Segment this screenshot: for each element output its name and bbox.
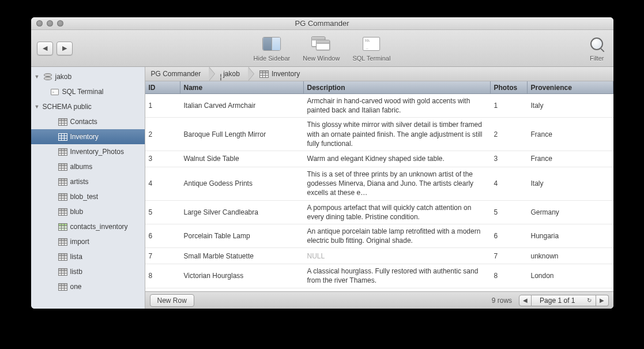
cell-name[interactable]: Antique Godess Prints	[180, 177, 304, 190]
sidebar-sql-terminal[interactable]: SQL Terminal	[31, 84, 145, 99]
sidebar-table-item[interactable]: albums	[31, 159, 145, 174]
sidebar-db-node[interactable]: ▼ jakob	[31, 69, 145, 84]
chevron-right-icon: ▶	[62, 44, 67, 52]
column-header-description[interactable]: Description	[304, 81, 491, 93]
crumb-root[interactable]: PG Commander	[145, 67, 209, 81]
column-header-provenience[interactable]: Provenience	[528, 81, 613, 93]
forward-button[interactable]: ▶	[57, 42, 73, 55]
toolbar: ◀ ▶ Hide Sidebar New Window SQL Terminal…	[31, 30, 613, 67]
breadcrumb: PG Commander jakob Inventory	[145, 67, 613, 81]
cell-provenience[interactable]: France	[528, 127, 613, 141]
cell-id[interactable]: 1	[145, 99, 180, 112]
cell-name[interactable]: Large Silver Candleabra	[180, 205, 304, 219]
table-icon	[58, 133, 67, 141]
table-row[interactable]: 5Large Silver CandleabraA pompous artefa…	[145, 201, 613, 224]
grid-header: ID Name Description Photos Provenience	[145, 81, 613, 94]
table-icon	[58, 223, 67, 231]
zoom-button[interactable]	[57, 20, 63, 27]
cell-provenience[interactable]: France	[528, 152, 613, 166]
cell-provenience[interactable]: Germany	[528, 205, 613, 219]
cell-id[interactable]: 3	[145, 152, 180, 166]
sidebar-table-item[interactable]: blub	[31, 204, 145, 219]
sidebar-table-item[interactable]: contacts_inventory	[31, 219, 145, 234]
pager-reload-button[interactable]: ↻	[583, 295, 596, 306]
table-row[interactable]: 3Walnut Side TableWarm and elegant Kidne…	[145, 151, 613, 167]
cell-name[interactable]: Baroque Full Length Mirror	[180, 127, 304, 141]
cell-id[interactable]: 6	[145, 229, 180, 243]
sidebar-table-item[interactable]: Inventory	[31, 129, 145, 144]
cell-photos[interactable]: 2	[491, 127, 528, 141]
cell-description[interactable]: This is a set of three prints by an unkn…	[304, 167, 491, 200]
cell-photos[interactable]: 1	[491, 99, 528, 112]
crumb-table[interactable]: Inventory	[248, 67, 308, 81]
sidebar-table-item[interactable]: listb	[31, 264, 145, 279]
filter-button[interactable]: Filter	[590, 35, 604, 62]
cell-name[interactable]: Small Marble Statuette	[180, 249, 304, 263]
cell-name[interactable]: Porcelain Table Lamp	[180, 229, 304, 243]
table-row[interactable]: 4Antique Godess PrintsThis is a set of t…	[145, 167, 613, 201]
cell-id[interactable]: 4	[145, 177, 180, 190]
table-row[interactable]: 7Small Marble StatuetteNULL7unknown	[145, 248, 613, 264]
cell-description[interactable]: This glossy white mirror with silver det…	[304, 118, 491, 151]
cell-provenience[interactable]: Italy	[528, 177, 613, 190]
cell-id[interactable]: 8	[145, 269, 180, 283]
sidebar-table-label: one	[70, 283, 82, 291]
table-row[interactable]: 2Baroque Full Length MirrorThis glossy w…	[145, 118, 613, 151]
cell-provenience[interactable]: Hungaria	[528, 229, 613, 243]
cell-id[interactable]: 7	[145, 249, 180, 263]
cell-description[interactable]: Armchair in hand-carved wood with gold a…	[304, 94, 491, 117]
cell-id[interactable]: 5	[145, 205, 180, 219]
cell-id[interactable]: 2	[145, 127, 180, 141]
row-count-label: 9 rows	[492, 297, 512, 305]
cell-description[interactable]: Warm and elegant Kidney shaped side tabl…	[304, 152, 491, 166]
cell-description[interactable]: An antique porcelain table lamp retrofit…	[304, 224, 491, 247]
cell-photos[interactable]: 6	[491, 229, 528, 243]
cell-description[interactable]: NULL	[304, 249, 491, 263]
column-header-id[interactable]: ID	[145, 81, 180, 93]
table-row[interactable]: 8Victorian HourglassA classical hourglas…	[145, 264, 613, 288]
back-button[interactable]: ◀	[37, 42, 53, 55]
cell-name[interactable]: Italian Carved Armchair	[180, 99, 304, 112]
cell-provenience[interactable]: London	[528, 269, 613, 283]
pager-next-button[interactable]: ▶	[596, 295, 609, 306]
minimize-button[interactable]	[47, 20, 53, 27]
cell-photos[interactable]: 4	[491, 177, 528, 190]
sidebar-table-item[interactable]: one	[31, 279, 145, 294]
cell-photos[interactable]: 7	[491, 249, 528, 263]
sidebar-table-item[interactable]: Inventory_Photos	[31, 144, 145, 159]
cell-photos[interactable]: 5	[491, 205, 528, 219]
pager-prev-button[interactable]: ◀	[519, 295, 532, 306]
sidebar-table-item[interactable]: lista	[31, 249, 145, 264]
new-window-button[interactable]: New Window	[303, 35, 340, 62]
cell-description[interactable]: A classical hourglass. Fully restored wi…	[304, 264, 491, 287]
disclosure-triangle-icon[interactable]: ▼	[35, 104, 42, 110]
column-header-photos[interactable]: Photos	[491, 81, 528, 93]
sidebar-table-item[interactable]: blob_test	[31, 189, 145, 204]
sidebar-table-item[interactable]: artists	[31, 174, 145, 189]
cell-provenience[interactable]: unknown	[528, 249, 613, 263]
sql-terminal-button[interactable]: SQL Terminal	[352, 35, 390, 62]
sidebar-table-item[interactable]: Contacts	[31, 114, 145, 129]
hide-sidebar-button[interactable]: Hide Sidebar	[254, 35, 291, 62]
table-row[interactable]: 6Porcelain Table LampAn antique porcelai…	[145, 224, 613, 248]
table-icon	[58, 268, 67, 276]
column-header-name[interactable]: Name	[180, 81, 304, 93]
table-row[interactable]: 1Italian Carved ArmchairArmchair in hand…	[145, 94, 613, 118]
sidebar-table-label: Contacts	[70, 118, 97, 126]
grid-body[interactable]: 1Italian Carved ArmchairArmchair in hand…	[145, 94, 613, 291]
cell-name[interactable]: Victorian Hourglass	[180, 269, 304, 283]
toolbar-center: Hide Sidebar New Window SQL Terminal	[254, 35, 391, 62]
sidebar-schema-node[interactable]: ▼ SCHEMA public	[31, 99, 145, 114]
disclosure-triangle-icon[interactable]: ▼	[35, 74, 42, 80]
filter-label: Filter	[590, 55, 604, 62]
new-row-button[interactable]: New Row	[150, 294, 194, 307]
table-icon	[58, 208, 67, 216]
sql-terminal-icon	[363, 37, 380, 51]
cell-photos[interactable]: 3	[491, 152, 528, 166]
cell-provenience[interactable]: Italy	[528, 99, 613, 112]
sidebar-table-item[interactable]: import	[31, 234, 145, 249]
cell-name[interactable]: Walnut Side Table	[180, 152, 304, 166]
cell-photos[interactable]: 8	[491, 269, 528, 283]
cell-description[interactable]: A pompous artefact that will quickly cat…	[304, 201, 491, 224]
close-button[interactable]	[36, 20, 43, 27]
